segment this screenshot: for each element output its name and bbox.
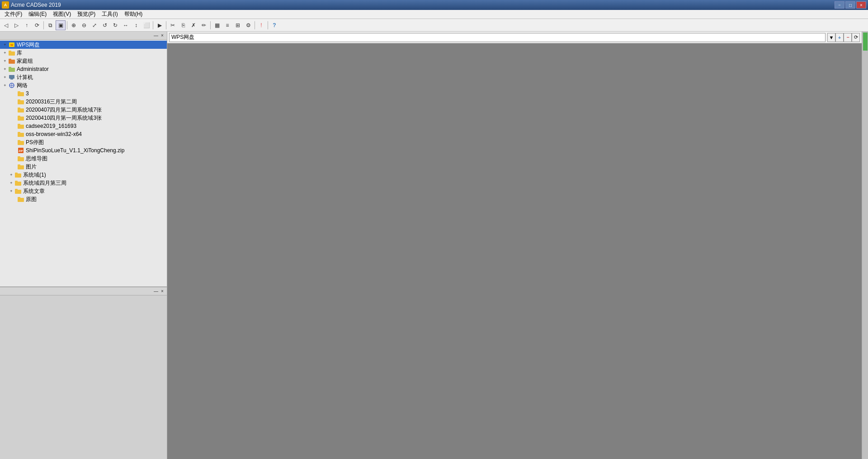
- menu-preview[interactable]: 预览(P): [75, 9, 98, 19]
- svg-rect-19: [18, 117, 24, 121]
- folder-original-icon: [17, 196, 24, 203]
- network-icon: [8, 82, 15, 89]
- menu-file[interactable]: 文件(F): [2, 9, 25, 19]
- list-view-button[interactable]: ≡: [222, 20, 232, 30]
- address-add-button[interactable]: +: [835, 33, 844, 42]
- tree-item-computer[interactable]: + 计算机: [0, 73, 167, 81]
- tree-item-3[interactable]: 3: [0, 89, 167, 98]
- tree-item-zip[interactable]: ZIP ShiPinSuoLueTu_V1.1_XiTongCheng.zip: [0, 146, 167, 155]
- tree-item-oss[interactable]: oss-browser-win32-x64: [0, 130, 167, 138]
- close-button[interactable]: ×: [856, 1, 866, 9]
- slideshow-button[interactable]: ▶: [155, 20, 165, 30]
- singleview-button[interactable]: ▣: [56, 20, 66, 30]
- sep5: [210, 21, 211, 29]
- tree-item-20200316-label: 20200316三月第二周: [26, 98, 167, 106]
- svg-rect-31: [18, 165, 24, 169]
- tree-item-cadsee[interactable]: cadsee2019_161693: [0, 122, 167, 130]
- address-refresh-button[interactable]: ⟳: [852, 33, 860, 42]
- folder-images-icon: [17, 163, 24, 170]
- address-input[interactable]: [169, 33, 826, 42]
- grid-view-button[interactable]: ▦: [212, 20, 222, 30]
- tree-item-ku[interactable]: + 库: [0, 49, 167, 57]
- zoom-in-button[interactable]: ⊕: [69, 20, 79, 30]
- tree-item-domain1[interactable]: + 系统域(1): [0, 171, 167, 179]
- tree-item-zip-label: ShiPinSuoLueTu_V1.1_XiTongCheng.zip: [26, 147, 167, 154]
- tree-item-original-label: 原图: [26, 196, 167, 203]
- tree-item-20200410[interactable]: 20200410四月第一周系统域3张: [0, 114, 167, 122]
- menu-help[interactable]: 帮助(H): [122, 9, 146, 19]
- tree-item-ps[interactable]: PS停图: [0, 138, 167, 146]
- title-bar-controls[interactable]: － □ ×: [835, 1, 866, 9]
- thumb-view-button[interactable]: ⊞: [233, 20, 243, 30]
- tree-item-20200316[interactable]: 20200316三月第二周: [0, 98, 167, 106]
- delete-button[interactable]: ✗: [189, 20, 198, 30]
- tree-item-family[interactable]: + 家庭组: [0, 57, 167, 65]
- menu-view[interactable]: 视图(V): [50, 9, 74, 19]
- tree-item-admin[interactable]: + Administrator: [0, 65, 167, 73]
- svg-rect-2: [9, 52, 15, 56]
- expand-domain1[interactable]: +: [8, 172, 14, 178]
- menu-tools[interactable]: 工具(I): [99, 9, 120, 19]
- svg-rect-33: [15, 173, 21, 178]
- minimize-button[interactable]: －: [835, 1, 844, 9]
- forward-button[interactable]: ▷: [11, 20, 21, 30]
- menu-edit[interactable]: 编辑(E): [26, 9, 49, 19]
- preview-minimize-button[interactable]: —: [153, 289, 159, 294]
- svg-rect-17: [18, 108, 24, 112]
- expand-articles[interactable]: +: [8, 188, 14, 194]
- expand-wps[interactable]: +: [2, 42, 8, 48]
- computer-icon: [8, 74, 15, 81]
- back-button[interactable]: ◁: [1, 20, 11, 30]
- tree-item-ku-label: 库: [17, 49, 167, 57]
- expand-domain3[interactable]: +: [8, 180, 14, 186]
- tree-item-20200407[interactable]: 20200407四月第二周系统域7张: [0, 106, 167, 114]
- svg-rect-32: [18, 164, 20, 166]
- folder-mindmap-icon: [17, 155, 24, 162]
- cut-button[interactable]: ✂: [168, 20, 178, 30]
- multiview-button[interactable]: ⧉: [45, 20, 55, 30]
- settings-button[interactable]: ⚙: [243, 20, 253, 30]
- tree-item-images[interactable]: 图片: [0, 163, 167, 171]
- zoom-out-button[interactable]: ⊖: [79, 20, 89, 30]
- folder-20200407-icon: [17, 106, 24, 113]
- tree-item-original[interactable]: 原图: [0, 195, 167, 203]
- rotate-right-button[interactable]: ↻: [110, 20, 120, 30]
- tree-item-mindmap[interactable]: 思维导图: [0, 155, 167, 163]
- tree-item-network[interactable]: + 网络: [0, 81, 167, 89]
- tree-minimize-button[interactable]: —: [153, 33, 159, 38]
- maximize-button[interactable]: □: [845, 1, 855, 9]
- folder-domain1-icon: [14, 171, 22, 178]
- tree-item-oss-label: oss-browser-win32-x64: [26, 131, 167, 137]
- admin-icon: [8, 66, 15, 73]
- tree-close-button[interactable]: ×: [160, 33, 165, 38]
- resize-button[interactable]: ⬜: [142, 20, 151, 30]
- expand-ku[interactable]: +: [2, 50, 8, 56]
- expand-computer[interactable]: +: [2, 74, 8, 80]
- flip-h-button[interactable]: ↔: [121, 20, 131, 30]
- tree-item-wps[interactable]: + W WPS网盘: [0, 41, 167, 49]
- svg-rect-35: [15, 182, 21, 186]
- fit-button[interactable]: ⤢: [90, 20, 99, 30]
- refresh-button[interactable]: ⟳: [32, 20, 42, 30]
- help-button[interactable]: ?: [269, 20, 279, 30]
- warn-button[interactable]: !: [256, 20, 266, 30]
- sep2: [67, 21, 67, 29]
- tree-panel-header: — ×: [0, 32, 167, 40]
- address-remove-button[interactable]: －: [844, 33, 852, 42]
- svg-rect-40: [18, 197, 20, 198]
- tree-item-domain3[interactable]: + 系统域四月第三周: [0, 179, 167, 187]
- expand-family[interactable]: +: [2, 58, 8, 64]
- svg-rect-21: [18, 125, 24, 129]
- up-button[interactable]: ↑: [22, 20, 32, 30]
- sep1: [43, 21, 44, 29]
- expand-network[interactable]: +: [2, 82, 8, 89]
- folder-cadsee-icon: [17, 122, 24, 130]
- flip-v-button[interactable]: ↕: [131, 20, 141, 30]
- expand-admin[interactable]: +: [2, 66, 8, 72]
- rotate-left-button[interactable]: ↺: [100, 20, 110, 30]
- preview-close-button[interactable]: ×: [160, 289, 165, 294]
- address-dropdown-button[interactable]: ▼: [827, 33, 835, 42]
- edit-button[interactable]: ✏: [199, 20, 209, 30]
- tree-item-articles[interactable]: + 系统文章: [0, 187, 167, 195]
- copy-button[interactable]: ⎘: [178, 20, 188, 30]
